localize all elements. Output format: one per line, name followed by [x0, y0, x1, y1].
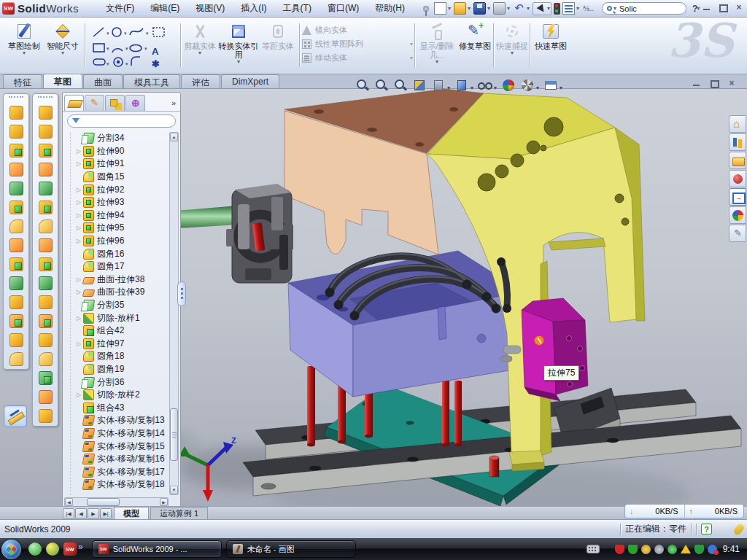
menu-item[interactable]: 工具(T) — [275, 0, 320, 17]
extruded-surface-icon[interactable] — [39, 106, 53, 120]
lofted-boss-icon[interactable] — [9, 182, 23, 195]
tree-item[interactable]: ▷拉伸94 — [77, 209, 169, 222]
fillet-icon[interactable] — [9, 144, 23, 158]
home-icon[interactable] — [729, 115, 746, 133]
mirror-entities-button[interactable]: 镜向实体 — [302, 23, 413, 37]
tree-vertical-scrollbar[interactable]: ▲ ▼ — [169, 132, 179, 495]
reference-geometry-icon[interactable] — [9, 333, 23, 347]
apply-scene-icon[interactable] — [520, 78, 535, 93]
scroll-up-button[interactable]: ▲ — [170, 133, 178, 141]
tree-item[interactable]: ▷拉伸91 — [77, 158, 169, 171]
tree-item[interactable]: 实体-移动/复制14 — [77, 427, 169, 440]
defender-green-icon[interactable] — [694, 545, 704, 554]
tree-item[interactable]: ▷曲面-拉伸38 — [77, 273, 169, 287]
tree-item[interactable]: ▷拉伸92 — [77, 183, 169, 196]
offset-surface-icon[interactable] — [39, 201, 53, 214]
trim-surface-icon[interactable] — [39, 295, 53, 309]
quick-tips-icon[interactable]: ? — [701, 524, 712, 534]
sync-icon[interactable] — [667, 545, 677, 554]
sprue-rod-and-clamp[interactable] — [163, 184, 293, 283]
model-tab[interactable]: 模型 — [114, 507, 149, 519]
smart-dimension-button[interactable]: 智能尺寸 ▾ — [44, 20, 81, 70]
tab-nav-button[interactable]: ◀ — [75, 508, 87, 519]
extruded-boss-icon[interactable] — [9, 106, 23, 120]
repair-sketch-button[interactable]: 修复草图 — [458, 20, 492, 70]
customize-icon[interactable]: ⅍.. — [582, 2, 595, 15]
tree-item[interactable]: ▷曲面-拉伸39 — [77, 286, 169, 299]
tree-item[interactable]: ▷拉伸96 — [77, 235, 169, 248]
taskbar-task-paint[interactable]: 未命名 - 画图 — [226, 540, 356, 558]
save-icon[interactable] — [473, 2, 486, 15]
taskbar-task-solidworks[interactable]: SW SolidWorks 2009 - ... — [92, 540, 222, 558]
view-orientation-icon[interactable] — [454, 78, 469, 93]
menu-item[interactable]: 编辑(E) — [142, 0, 187, 17]
fill-surface-icon[interactable] — [39, 314, 53, 328]
options-checklist-icon[interactable] — [562, 2, 575, 15]
delete-face-icon[interactable] — [39, 352, 53, 366]
curve-icon[interactable] — [9, 352, 23, 366]
tree-item[interactable]: ▷切除-放样1 — [77, 311, 169, 324]
pin-icon[interactable] — [423, 6, 429, 12]
model-tab[interactable]: 运动算例 1 — [150, 507, 208, 519]
tree-filter-input[interactable] — [82, 117, 186, 125]
certificate-icon[interactable] — [641, 545, 651, 554]
menu-item[interactable]: 帮助(H) — [367, 0, 413, 17]
spline-surface-icon[interactable] — [39, 409, 53, 423]
shield-green-icon[interactable] — [628, 545, 638, 554]
undo-icon[interactable]: ↶ — [513, 2, 525, 15]
trim-entities-button[interactable]: 剪裁实体 ▾ — [184, 20, 216, 70]
file-explorer-icon[interactable] — [729, 152, 746, 169]
tree-item[interactable]: 实体-移动/复制18 — [77, 478, 169, 491]
ribbon-tab[interactable]: 评估 — [181, 74, 220, 88]
select-cursor-icon[interactable] — [533, 2, 551, 15]
view-palette-icon[interactable] — [729, 188, 746, 206]
mirror-feature-icon[interactable] — [9, 314, 23, 328]
ribbon-tab[interactable]: 曲面 — [83, 74, 123, 88]
zoom-to-area-icon[interactable] — [374, 78, 389, 93]
language-keyboard-icon[interactable] — [587, 545, 600, 553]
start-button[interactable] — [1, 540, 21, 559]
tree-item[interactable]: 分割35 — [77, 299, 169, 312]
ribbon-tab[interactable]: DimXpert — [221, 74, 279, 88]
sketch-button[interactable]: 草图绘制 ▾ — [6, 20, 42, 70]
doc-close-button[interactable]: × — [727, 79, 737, 88]
sketch-entities-palette[interactable]: A ✱ ▾▾▾ ▾▾▾ ▾▾ — [89, 25, 178, 70]
menu-item[interactable]: 窗口(W) — [320, 0, 367, 17]
panel-splitter-handle[interactable] — [177, 281, 186, 306]
tree-item[interactable]: 圆角16 — [77, 247, 169, 260]
custom-properties-icon[interactable] — [729, 225, 746, 242]
search-input[interactable] — [619, 4, 670, 13]
print-icon[interactable] — [493, 2, 506, 15]
sphere-icon[interactable] — [46, 542, 59, 556]
tree-item[interactable]: 分割36 — [77, 376, 169, 389]
panel-chevron[interactable]: » — [171, 98, 179, 107]
draft-icon[interactable] — [9, 276, 23, 290]
revolved-surface-icon[interactable] — [39, 125, 53, 139]
solidworks-resources-icon[interactable] — [729, 170, 746, 187]
revolved-boss-icon[interactable] — [9, 125, 23, 139]
extruded-cut-icon[interactable] — [9, 201, 23, 214]
solidworks-icon[interactable]: SW — [63, 542, 77, 556]
doc-minimize-button[interactable] — [692, 79, 702, 88]
linear-sketch-pattern-button[interactable]: 线性草图阵列 ▾ — [302, 37, 413, 51]
ribbon-tab[interactable]: 特征 — [3, 74, 42, 88]
menu-item[interactable]: 文件(F) — [98, 0, 142, 17]
lofted-surface-icon[interactable] — [39, 163, 53, 176]
ribbon-tab[interactable]: 草图 — [43, 74, 82, 88]
tree-item[interactable]: 圆角18 — [77, 350, 169, 363]
view-settings-icon[interactable] — [543, 78, 558, 93]
tree-item[interactable]: ▷拉伸90 — [77, 145, 169, 158]
dimxpertmanager-tab[interactable] — [125, 95, 145, 111]
appearances-icon[interactable] — [729, 206, 746, 224]
tree-item[interactable]: ▷拉伸95 — [77, 222, 169, 235]
h-scroll-thumb[interactable] — [87, 498, 120, 506]
tree-item[interactable]: ▷切除-放样2 — [77, 389, 169, 402]
quick-snaps-button[interactable]: 快速捕捉 ▾ — [496, 20, 528, 70]
menu-item[interactable]: 插入(I) — [233, 0, 274, 17]
featuremanager-tree-tab[interactable] — [64, 95, 84, 111]
taskbar-clock[interactable]: 9:41 — [723, 544, 740, 554]
mold-block[interactable] — [288, 251, 522, 397]
tree-item[interactable]: 实体-移动/复制16 — [77, 453, 169, 466]
knit-surface-icon[interactable] — [39, 238, 53, 252]
freeform-icon[interactable] — [39, 390, 53, 404]
